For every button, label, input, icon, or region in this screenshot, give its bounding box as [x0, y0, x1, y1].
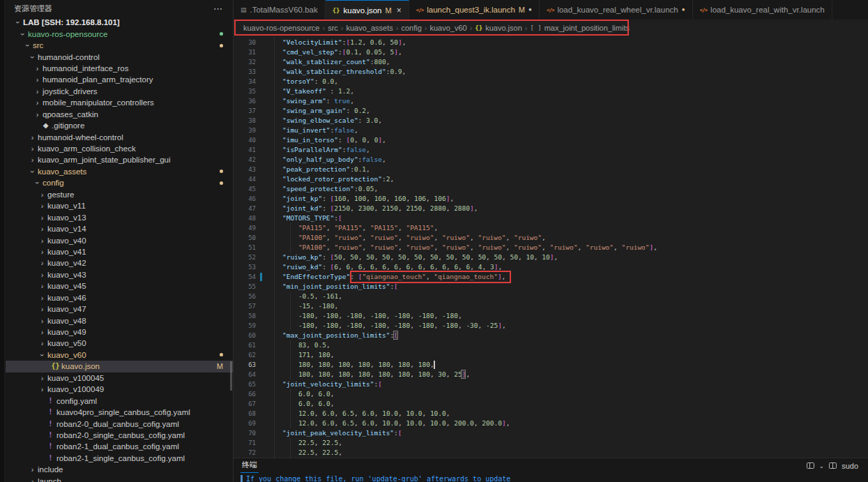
new-terminal-icon[interactable] — [807, 462, 814, 469]
tree-item-kuavo-ros-opensource[interactable]: ›kuavo-ros-opensource — [6, 28, 233, 39]
breadcrumb-item[interactable]: src — [328, 24, 338, 32]
chevron-open-icon[interactable]: › — [15, 19, 22, 27]
code-line-46[interactable]: 46 "joint_kp": [160, 100, 160, 160, 106,… — [234, 194, 868, 204]
dirty-dot-icon[interactable]: ● — [528, 7, 532, 13]
code-line-67[interactable]: 67 6.0, 6.0, — [234, 399, 868, 409]
tree-item-roban2-1_dual_canbus_cofig.yaml[interactable]: !roban2-1_dual_canbus_cofig.yaml — [6, 441, 233, 452]
chevron-closed-icon[interactable]: › — [38, 202, 46, 209]
dirty-dot-icon[interactable]: ● — [682, 7, 685, 13]
tab-kuavo.json[interactable]: {}kuavo.jsonM× — [326, 0, 409, 20]
chevron-closed-icon[interactable]: › — [38, 386, 46, 393]
tree-item-kuavo_v48[interactable]: ›kuavo_v48 — [6, 315, 233, 326]
tree-item-kuavo_v49[interactable]: ›kuavo_v49 — [6, 326, 233, 338]
tree-item-humanoid-wheel-control[interactable]: ›humanoid-wheel-control — [6, 131, 233, 142]
code-line-43[interactable]: 43 "peak_protection":0.1, — [234, 165, 868, 174]
code-line-56[interactable]: 56 -0.5, -161, — [234, 292, 868, 301]
code-line-63[interactable]: 63 180, 180, 180, 180, 180, 180, 180, — [234, 360, 868, 370]
tab-load_kuavo_real_wheel_vr.launch[interactable]: </>load_kuavo_real_wheel_vr.launch● — [540, 0, 693, 20]
code-line-36[interactable]: 36 "swing_arm": true, — [234, 96, 868, 106]
chevron-closed-icon[interactable]: › — [29, 466, 36, 473]
code-line-49[interactable]: 49 "PA115", "PA115", "PA115", "PA115", — [234, 223, 868, 233]
code-line-40[interactable]: 40 "imu_in_torso": [0, 0, 0], — [234, 135, 868, 145]
chevron-closed-icon[interactable]: › — [38, 271, 46, 278]
tab-terminal[interactable]: 终端 — [241, 458, 259, 473]
code-line-52[interactable]: 52 "ruiwo_kp": [50, 50, 50, 50, 50, 50, … — [234, 253, 868, 262]
tree-item-launch[interactable]: ›launch — [6, 476, 233, 482]
tree-item-kuavo4pro_single_canbus_cofig.yaml[interactable]: !kuavo4pro_single_canbus_cofig.yaml — [6, 407, 233, 418]
tree-item-kuavo_assets[interactable]: ›kuavo_assets — [6, 166, 233, 177]
chevron-open-icon[interactable]: › — [20, 30, 26, 38]
chevron-closed-icon[interactable]: › — [38, 329, 46, 336]
tree-item-gesture[interactable]: ›gesture — [6, 189, 233, 200]
tree-item-humanoid_interface_ros[interactable]: ›humanoid_interface_ros — [6, 63, 233, 74]
tree-item-kuavo_v43[interactable]: ›kuavo_v43 — [6, 269, 233, 280]
terminal-profile-name[interactable]: sudo — [842, 462, 858, 470]
tree-item-kuavo_v41[interactable]: ›kuavo_v41 — [6, 246, 233, 257]
tree-item-kuavo_v14[interactable]: ›kuavo_v14 — [6, 223, 233, 234]
tree-item-qpoases_catkin[interactable]: ›qpoases_catkin — [6, 109, 233, 120]
code-line-57[interactable]: 57 -15, -180, — [234, 301, 868, 311]
code-line-71[interactable]: 71 22.5, 22.5, — [234, 438, 868, 448]
chevron-closed-icon[interactable]: › — [38, 340, 46, 347]
tree-item-kuavo_arm_collision_check[interactable]: ›kuavo_arm_collision_check — [6, 143, 233, 154]
chevron-closed-icon[interactable]: › — [29, 478, 36, 482]
code-line-62[interactable]: 62 171, 180, — [234, 350, 868, 360]
code-line-55[interactable]: 55 "min_joint_position_limits":[ — [234, 282, 868, 292]
code-line-44[interactable]: 44 "locked_rotor_protection":2, — [234, 174, 868, 184]
code-line-39[interactable]: 39 "imu_invert":false, — [234, 126, 868, 135]
chevron-closed-icon[interactable]: › — [38, 248, 46, 255]
chevron-closed-icon[interactable]: › — [38, 375, 46, 382]
tree-item-config.yaml[interactable]: !config.yaml — [6, 395, 233, 406]
chevron-closed-icon[interactable]: › — [38, 317, 46, 324]
tree-item-kuavo_v60[interactable]: ›kuavo_v60 — [6, 349, 233, 361]
code-line-32[interactable]: 32 "walk_stablizer_count":800, — [234, 57, 868, 67]
chevron-closed-icon[interactable]: › — [33, 99, 41, 106]
chevron-closed-icon[interactable]: › — [38, 214, 46, 221]
code-line-70[interactable]: 70 "joint_peak_velocity_limits":[ — [234, 428, 868, 438]
breadcrumb-item[interactable]: max_joint_position_limits — [545, 24, 630, 32]
code-line-50[interactable]: 50 "PA100", "ruiwo", "ruiwo", "ruiwo", "… — [234, 233, 868, 243]
code-line-51[interactable]: 51 "PA100", "ruiwo", "ruiwo", "ruiwo", "… — [234, 243, 868, 253]
code-line-33[interactable]: 33 "walk_stablizer_threshold":0.9, — [234, 67, 868, 77]
chevron-closed-icon[interactable]: › — [38, 237, 46, 244]
chevron-closed-icon[interactable]: › — [38, 283, 46, 289]
code-line-37[interactable]: 37 "swing_arm_gain": 0.2, — [234, 106, 868, 116]
chevron-closed-icon[interactable]: › — [38, 225, 46, 232]
code-line-31[interactable]: 31 "cmd_vel_step":[0.1, 0.05, 5], — [234, 47, 868, 57]
tree-item-roban2-1_single_canbus_cofig.yaml[interactable]: !roban2-1_single_canbus_cofig.yaml — [6, 453, 233, 464]
breadcrumb-item[interactable]: kuavo.json — [485, 24, 522, 32]
tree-item-kuavo_v100049[interactable]: ›kuavo_v100049 — [6, 384, 233, 395]
code-editor[interactable]: 30 "VelocityLimit":[1.2, 0.6, 50],31 "cm… — [234, 36, 868, 458]
tree-item-kuavo_v40[interactable]: ›kuavo_v40 — [6, 234, 233, 246]
code-line-35[interactable]: 35 "V_takeoff" : 1.2, — [234, 86, 868, 96]
tree-item-.gitignore[interactable]: ◆.gitignore — [6, 120, 233, 131]
tab-load_kuavo_real_with_vr.launch[interactable]: </>load_kuavo_real_with_vr.launch — [693, 0, 832, 20]
chevron-closed-icon[interactable]: › — [29, 134, 36, 141]
code-line-68[interactable]: 68 12.0, 6.0, 6.5, 6.0, 10.0, 10.0, 10.0… — [234, 409, 868, 419]
chevron-closed-icon[interactable]: › — [29, 145, 36, 152]
chevron-open-icon[interactable]: › — [29, 53, 36, 61]
tree-item-kuavo_v11[interactable]: ›kuavo_v11 — [6, 200, 233, 211]
tree-item-kuavo_v42[interactable]: ›kuavo_v42 — [6, 257, 233, 269]
chevron-closed-icon[interactable]: › — [38, 294, 46, 301]
tree-item-kuavo_v13[interactable]: ›kuavo_v13 — [6, 211, 233, 223]
chevron-open-icon[interactable]: › — [39, 351, 46, 359]
breadcrumb-item[interactable]: kuavo_v60 — [429, 24, 466, 32]
tree-item-kuavo_v45[interactable]: ›kuavo_v45 — [6, 280, 233, 292]
code-line-41[interactable]: 41 "isParallelArm":false, — [234, 145, 868, 155]
code-line-34[interactable]: 34 "torsoY": 0.0, — [234, 77, 868, 86]
code-line-48[interactable]: 48 "MOTORS_TYPE":[ — [234, 213, 868, 223]
chevron-closed-icon[interactable]: › — [38, 306, 46, 312]
tab-.totalmassv60.bak[interactable]: ▤.TotalMassV60.bak — [234, 0, 326, 20]
tree-item-kuavo_arm_joint_state_publisher_gui[interactable]: ›kuavo_arm_joint_state_publisher_gui — [6, 154, 233, 165]
tree-item-mobile_manipulator_controllers[interactable]: ›mobile_manipulator_controllers — [6, 97, 233, 108]
code-line-45[interactable]: 45 "speed_protection":0.05, — [234, 184, 868, 194]
tree-item-humanoid-control[interactable]: ›humanoid-control — [6, 51, 233, 62]
code-line-30[interactable]: 30 "VelocityLimit":[1.2, 0.6, 50], — [234, 38, 868, 47]
breadcrumb-item[interactable]: kuavo_assets — [346, 24, 393, 32]
tree-item-include[interactable]: ›include — [6, 464, 233, 475]
chevron-closed-icon[interactable]: › — [33, 65, 41, 72]
code-line-60[interactable]: 60 "max_joint_position_limits":[ — [234, 331, 868, 340]
chevron-open-icon[interactable]: › — [24, 42, 31, 50]
chevron-closed-icon[interactable]: › — [38, 191, 46, 198]
